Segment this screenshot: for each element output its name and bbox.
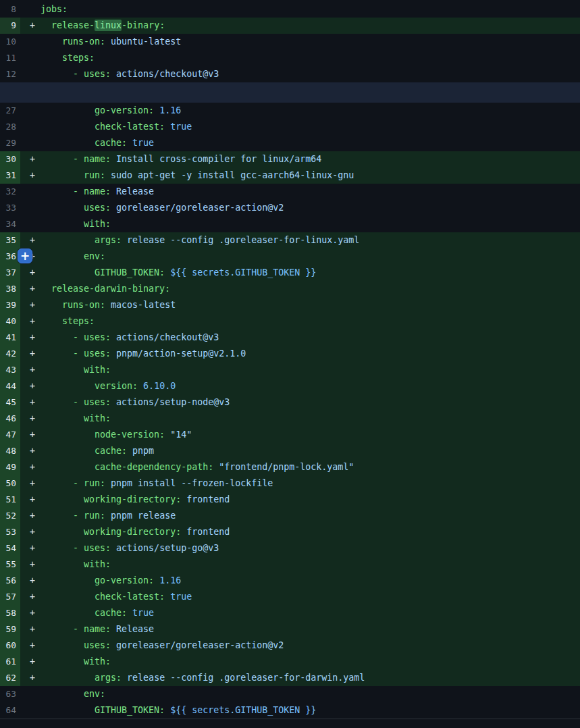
code-token: args:: [41, 673, 122, 683]
code-token: frontend: [181, 494, 230, 504]
code-text: GITHUB_TOKEN: ${{ secrets.GITHUB_TOKEN }…: [41, 265, 580, 281]
line-number[interactable]: 59: [0, 621, 20, 638]
code-text: check-latest: true: [41, 119, 580, 135]
hunk-expander-row[interactable]: [0, 82, 580, 103]
code-token: true: [165, 122, 192, 132]
line-number[interactable]: 51: [0, 492, 20, 508]
line-number[interactable]: 46: [0, 411, 20, 427]
code-text: - run: pnpm release: [41, 508, 580, 524]
diff-marker: [20, 216, 41, 232]
code-token: 1.16: [154, 575, 181, 586]
diff-marker: +: [20, 524, 41, 540]
code-token: run:: [41, 170, 105, 180]
diff-marker: +: [20, 330, 41, 346]
diff-line-40: 40+ steps:: [0, 313, 580, 330]
line-number[interactable]: 52: [0, 508, 20, 524]
code-token: uses:: [41, 203, 111, 213]
diff-marker: +: [20, 589, 41, 605]
line-number[interactable]: 10: [0, 34, 20, 50]
diff-marker: [20, 50, 41, 66]
diff-line-35: 35+ args: release --config .goreleaser-f…: [0, 232, 580, 249]
line-number[interactable]: 30: [0, 151, 20, 167]
line-number[interactable]: 45: [0, 394, 20, 411]
diff-marker: [20, 702, 41, 719]
line-number[interactable]: 32: [0, 184, 20, 200]
code-token: frontend: [181, 527, 230, 537]
line-number[interactable]: 29: [0, 135, 20, 151]
code-token: sudo apt-get -y install gcc-aarch64-linu…: [105, 170, 354, 180]
line-number[interactable]: 49: [0, 459, 20, 475]
line-number[interactable]: 28: [0, 119, 20, 135]
diff-line-45: 45+ - uses: actions/setup-node@v3: [0, 394, 580, 411]
diff-line-47: 47+ node-version: "14": [0, 427, 580, 443]
diff-line-12: 12 - uses: actions/checkout@v3: [0, 66, 580, 82]
line-number[interactable]: 54: [0, 540, 20, 556]
line-number[interactable]: 41: [0, 330, 20, 346]
code-token: with:: [41, 365, 111, 375]
diff-marker: +: [20, 427, 41, 443]
code-token: steps:: [41, 316, 95, 326]
line-number[interactable]: 60: [0, 638, 20, 654]
line-number[interactable]: 40: [0, 313, 20, 330]
code-token: working-directory:: [41, 494, 181, 504]
line-number[interactable]: 61: [0, 654, 20, 670]
code-token: Release: [111, 186, 154, 197]
diff-marker: +: [20, 540, 41, 556]
line-number[interactable]: 9: [0, 18, 20, 34]
add-line-comment-button[interactable]: +: [18, 249, 32, 263]
line-number[interactable]: 58: [0, 605, 20, 621]
diff-marker: +: [20, 18, 41, 34]
code-token: ${{ secrets.GITHUB_TOKEN }}: [165, 705, 316, 715]
line-number[interactable]: 55: [0, 556, 20, 573]
line-number[interactable]: 8: [0, 1, 20, 18]
line-number[interactable]: 38: [0, 281, 20, 297]
code-token: pnpm release: [105, 511, 176, 521]
line-number[interactable]: 37: [0, 265, 20, 281]
line-number[interactable]: 43: [0, 362, 20, 378]
diff-line-57: 57+ check-latest: true: [0, 589, 580, 605]
diff-marker: +: [20, 638, 41, 654]
diff-line-42: 42+ - uses: pnpm/action-setup@v2.1.0: [0, 346, 580, 362]
code-token: cache:: [41, 446, 127, 456]
line-number[interactable]: 44: [0, 378, 20, 394]
code-token: actions/checkout@v3: [111, 69, 219, 79]
line-number[interactable]: 33: [0, 200, 20, 216]
code-text: with:: [41, 216, 580, 232]
diff-marker: +: [20, 394, 41, 411]
diff-marker: +: [20, 346, 41, 362]
line-number[interactable]: 47: [0, 427, 20, 443]
code-text: runs-on: ubuntu-latest: [41, 34, 580, 50]
diff-line-36: 36+ env:: [0, 249, 580, 265]
line-number[interactable]: 42: [0, 346, 20, 362]
line-number[interactable]: 39: [0, 297, 20, 313]
diff-line-58: 58+ cache: true: [0, 605, 580, 621]
diff-marker: +: [20, 605, 41, 621]
diff-marker: [20, 200, 41, 216]
line-number[interactable]: 48: [0, 443, 20, 459]
code-token: ubuntu-latest: [105, 36, 181, 47]
code-token: cache:: [41, 608, 127, 618]
line-number[interactable]: 56: [0, 573, 20, 589]
line-number[interactable]: 12: [0, 66, 20, 82]
code-text: - uses: pnpm/action-setup@v2.1.0: [41, 346, 580, 362]
line-number[interactable]: 27: [0, 103, 20, 119]
line-number[interactable]: 63: [0, 686, 20, 702]
line-number[interactable]: 31: [0, 167, 20, 184]
diff-marker: +: [20, 654, 41, 670]
code-text: uses: goreleaser/goreleaser-action@v2: [41, 638, 580, 654]
diff-line-38: 38+ release-darwin-binary:: [0, 281, 580, 297]
line-number[interactable]: 50: [0, 475, 20, 492]
line-number[interactable]: 62: [0, 670, 20, 686]
line-number[interactable]: 11: [0, 50, 20, 66]
line-number[interactable]: 34: [0, 216, 20, 232]
diff-bottom-divider: [0, 719, 580, 727]
diff-marker: +: [20, 232, 41, 249]
diff-line-48: 48+ cache: pnpm: [0, 443, 580, 459]
line-number[interactable]: 64: [0, 702, 20, 719]
code-text: check-latest: true: [41, 589, 580, 605]
line-number[interactable]: 57: [0, 589, 20, 605]
code-token: 6.10.0: [138, 381, 176, 391]
line-number[interactable]: 35: [0, 232, 20, 249]
diff-table: 8jobs:9+ release-linux-binary:10 runs-on…: [0, 0, 580, 719]
line-number[interactable]: 53: [0, 524, 20, 540]
